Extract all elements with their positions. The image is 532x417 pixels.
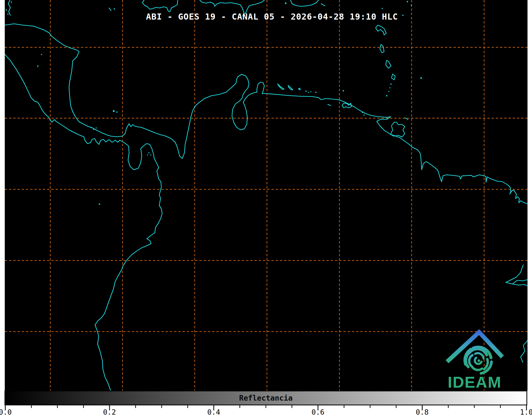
coast-vieques [321, 4, 325, 6]
coast-puerto-rico [290, 0, 319, 6]
island-bonaire [298, 88, 300, 90]
island-st-lucia [392, 74, 395, 80]
island-aruba [278, 84, 284, 89]
colorbar-tick-label-1: 0.2 [103, 408, 116, 416]
colorbar-tick-label-2: 0.4 [207, 408, 220, 416]
small-islands [6, 1, 422, 205]
ideam-logo: IDEAM [442, 327, 508, 391]
island-dominica [380, 44, 384, 53]
island-la-tortuga [328, 104, 331, 106]
coast-jamaica [142, 0, 178, 12]
map-title: ABI - GOES 19 - CANAL 05 - 2026-04-28 19… [146, 12, 398, 22]
river-right-edge [521, 341, 528, 362]
colorbar-tick-label-0: 0.0 [0, 408, 12, 416]
colorbar-label: Reflectancia [239, 394, 293, 402]
logo-swirl-core [478, 359, 480, 362]
logo-text: IDEAM [448, 373, 501, 391]
colorbar-tick-marks [4, 405, 527, 412]
colorbar-tick-label-5: 1.0 [520, 408, 532, 416]
river-mouth-fork [506, 265, 523, 282]
island-curacao [288, 85, 293, 90]
coast-caribbean-mainland [5, 24, 528, 204]
coast-fragment-cay [109, 8, 111, 11]
island-margarita [342, 103, 352, 108]
island-martinique [386, 60, 391, 68]
colorbar-tick-label-3: 0.6 [312, 408, 325, 416]
coast-pacific-mainland [5, 54, 162, 391]
figure-canvas: { "header": { "title": "ABI - GOES 19 - … [0, 0, 532, 417]
satellite-map: ABI - GOES 19 - CANAL 05 - 2026-04-28 19… [5, 0, 528, 391]
island-guadeloupe [376, 25, 386, 35]
colorbar-tick-label-4: 0.8 [416, 408, 429, 416]
river-mouth-fork-branch [512, 284, 528, 286]
coast-fragment-topleft [8, 0, 10, 15]
